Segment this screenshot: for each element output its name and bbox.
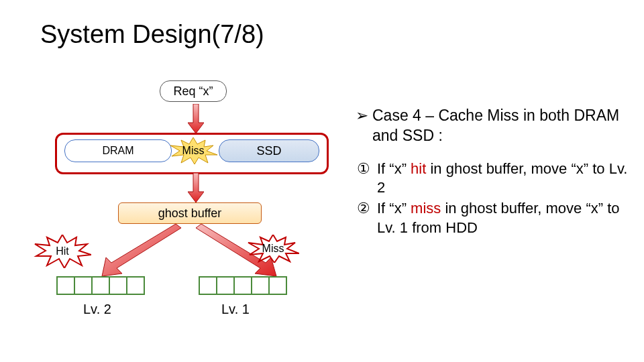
slide-title: System Design(7/8) [40, 20, 264, 49]
step-2: ② If “x” miss in ghost buffer, move “x” … [356, 199, 629, 237]
hit-label: Hit [56, 245, 69, 257]
chevron-icon: ➢ [356, 106, 368, 146]
cell [251, 276, 270, 295]
lv1-cells [199, 276, 287, 295]
miss-burst-top: Miss [169, 137, 217, 164]
cell [56, 276, 75, 295]
step2-miss-word: miss [411, 200, 441, 217]
miss-label-bottom: Miss [262, 243, 284, 255]
case-heading: Case 4 – Cache Miss in both DRAM and SSD… [372, 106, 629, 146]
lv2-cells [56, 276, 145, 295]
svg-marker-3 [102, 224, 181, 276]
step1-pre: If “x” [377, 160, 411, 177]
arrow-down-icon [188, 104, 204, 133]
hit-burst: Hit [34, 235, 91, 268]
lv1-label: Lv. 1 [221, 302, 250, 317]
dram-node: DRAM [64, 139, 172, 162]
svg-marker-0 [188, 104, 204, 133]
miss-burst-bottom: Miss [247, 235, 299, 263]
step-number-icon: ① [356, 160, 372, 198]
cell [74, 276, 93, 295]
arrow-down-icon [188, 173, 204, 202]
cell [126, 276, 145, 295]
ghost-buffer-node: ghost buffer [118, 202, 262, 224]
cell [91, 276, 110, 295]
ssd-node: SSD [219, 139, 319, 162]
request-node: Req “x” [160, 80, 227, 102]
step2-pre: If “x” [377, 200, 411, 217]
cell [199, 276, 217, 295]
lv2-label: Lv. 2 [83, 302, 111, 317]
cell [233, 276, 252, 295]
svg-marker-2 [188, 173, 204, 202]
step-number-icon: ② [356, 199, 372, 237]
miss-label: Miss [182, 145, 205, 157]
cell [216, 276, 235, 295]
step1-hit-word: hit [411, 160, 426, 177]
step-1: ① If “x” hit in ghost buffer, move “x” t… [356, 160, 629, 198]
cell [268, 276, 287, 295]
arrow-diag-left-icon [97, 224, 184, 279]
cell [109, 276, 127, 295]
explanation-block: ➢ Case 4 – Cache Miss in both DRAM and S… [356, 106, 629, 237]
